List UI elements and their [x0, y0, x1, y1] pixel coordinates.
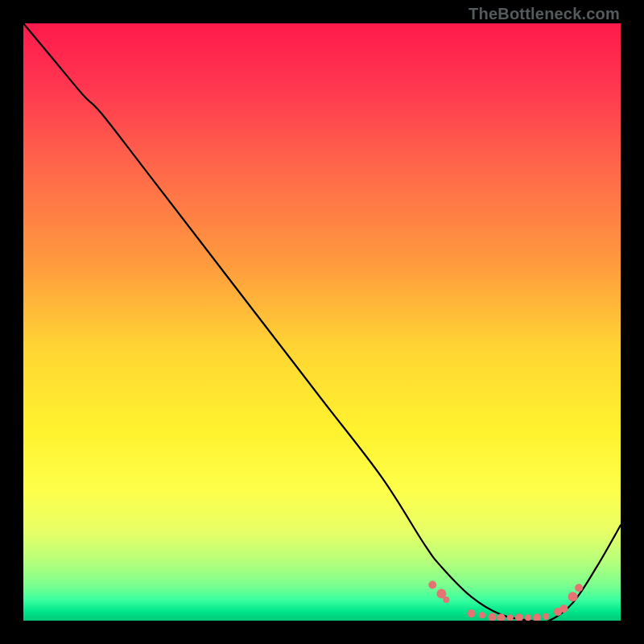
- marker-point: [443, 597, 449, 603]
- attribution-text: TheBottleneck.com: [469, 5, 620, 23]
- chart-frame: TheBottleneck.com: [0, 0, 644, 644]
- marker-point: [560, 605, 568, 613]
- marker-point: [468, 609, 476, 617]
- marker-point: [568, 592, 578, 601]
- bottleneck-curve: [23, 23, 621, 621]
- marker-point: [479, 612, 485, 618]
- marker-point: [575, 584, 583, 592]
- marker-point: [515, 613, 523, 621]
- marker-point: [533, 613, 541, 621]
- marker-point: [543, 613, 549, 620]
- marker-point: [497, 613, 506, 621]
- plot-area: [23, 23, 621, 621]
- marker-point: [428, 581, 436, 589]
- marker-point: [489, 613, 497, 621]
- highlighted-points: [428, 581, 583, 621]
- marker-point: [507, 614, 514, 621]
- marker-point: [525, 614, 531, 621]
